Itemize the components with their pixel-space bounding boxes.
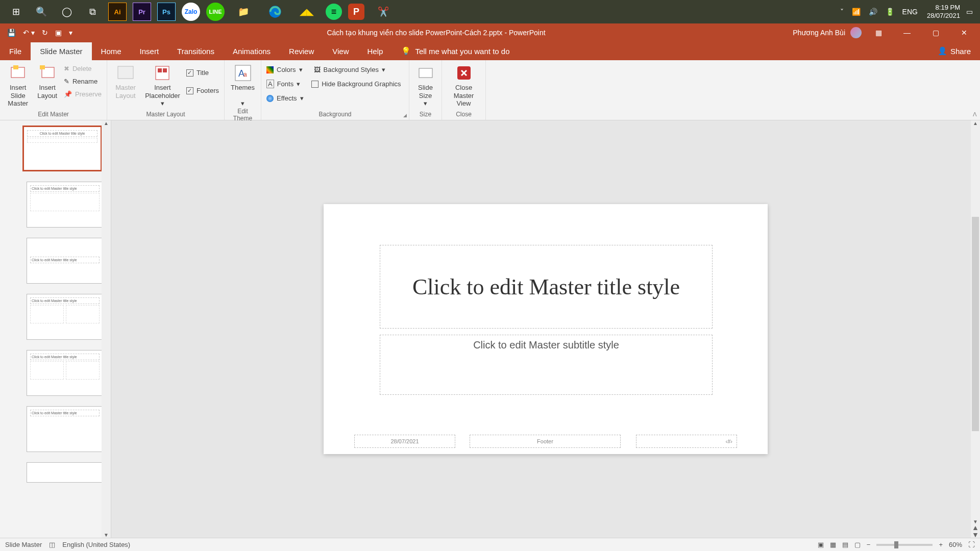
title-checkbox[interactable]: Title [185,67,220,78]
lang-indicator[interactable]: ENG [902,8,918,16]
tell-me[interactable]: 💡 Tell me what you want to do [392,42,519,60]
svg-rect-7 [158,68,162,72]
battery-icon[interactable]: 🔋 [886,8,894,16]
powerpoint-icon[interactable]: P [348,4,364,20]
edge-icon[interactable] [262,0,288,23]
line-icon[interactable]: LINE [206,3,225,21]
slide-master-canvas[interactable]: Click to edit Master title style Click t… [324,204,768,454]
ribbon-display-icon[interactable]: ▦ [867,29,890,37]
slide-canvas-area[interactable]: Click to edit Master title style Click t… [111,120,980,538]
effects-button[interactable]: Effects ▾ [265,93,305,104]
zoom-slider[interactable] [876,544,933,546]
slidenum-placeholder[interactable]: ‹#› [636,435,737,448]
search-icon[interactable]: 🔍 [29,0,54,23]
taskview-icon[interactable]: ⧉ [80,0,105,23]
lightbulb-icon: 💡 [401,46,411,56]
bg-styles-button[interactable]: 🖼Background Styles ▾ [313,64,386,75]
scroll-down-icon[interactable]: ▼ [973,519,978,524]
footer-placeholder[interactable]: Footer [470,435,621,448]
window-title: Cách tạo khung viền cho slide PowerPoint… [80,29,793,37]
reading-view-icon[interactable]: ▤ [842,541,848,548]
fit-window-icon[interactable]: ⛶ [968,541,975,548]
preserve-icon: 📌 [64,90,72,98]
normal-view-icon[interactable]: ▣ [818,541,824,548]
tab-home[interactable]: Home [92,42,131,60]
avatar[interactable] [850,27,862,38]
start-icon[interactable]: ⊞ [3,0,29,23]
zoom-in-icon[interactable]: + [939,541,943,548]
next-slide-icon[interactable]: ⯆ [973,532,978,538]
insert-slide-master-button[interactable]: Insert Slide Master [4,62,32,108]
accessibility-icon[interactable]: ◫ [49,541,55,548]
tab-help[interactable]: Help [358,42,393,60]
sorter-view-icon[interactable]: ▦ [830,541,836,548]
date-placeholder[interactable]: 28/07/2021 [354,435,455,448]
tab-insert[interactable]: Insert [131,42,168,60]
subtitle-placeholder[interactable]: Click to edit Master subtitle style [380,335,713,395]
zalo-icon[interactable]: Zalo [182,3,200,21]
hide-bg-checkbox[interactable]: Hide Background Graphics [310,78,402,90]
fonts-button[interactable]: AFonts ▾ [265,78,301,90]
insert-layout-button[interactable]: Insert Layout [36,62,59,99]
themes-button[interactable]: Aa Themes▾ [229,62,257,108]
volume-icon[interactable]: 🔊 [869,8,877,16]
snip-icon[interactable]: ✂️ [371,0,396,23]
notifications-icon[interactable]: ▭ [966,8,973,16]
slideshow-view-icon[interactable]: ▢ [854,541,861,548]
layout-thumbnail[interactable]: Click to edit Master title style [27,294,103,340]
zoom-out-icon[interactable]: − [867,541,871,548]
master-thumbnail[interactable]: Click to edit Master title style [22,126,102,171]
prev-slide-icon[interactable]: ⯅ [973,525,978,531]
ribbon-tabs: File Slide Master Home Insert Transition… [0,42,980,60]
tab-view[interactable]: View [323,42,358,60]
tab-review[interactable]: Review [280,42,323,60]
startfromfirst-icon[interactable]: ▣ [55,29,62,37]
layout-thumbnail[interactable]: Click to edit Master title style [27,350,103,396]
status-language[interactable]: English (United States) [62,541,130,548]
save-icon[interactable]: 💾 [7,29,16,37]
cortana-icon[interactable]: ◯ [54,0,80,23]
redo-icon[interactable]: ↻ [42,29,48,37]
layout-thumbnail[interactable]: Click to edit Master title style [27,406,103,452]
windows-taskbar: ⊞ 🔍 ◯ ⧉ Ai Pr Ps Zalo LINE 📁 ◢◣ ≡ P ✂️ ˅… [0,0,980,23]
tab-transitions[interactable]: Transitions [168,42,224,60]
photoshop-icon[interactable]: Ps [157,3,176,21]
spotify-icon[interactable]: ≡ [326,4,342,20]
collapse-ribbon-icon[interactable]: ᐱ [973,111,977,118]
tab-animations[interactable]: Animations [224,42,280,60]
colors-button[interactable]: Colors ▾ [265,64,304,75]
share-button[interactable]: 👤 Share [928,42,980,60]
scrollbar-thumb[interactable] [972,217,979,431]
app-icon[interactable]: ◢◣ [294,0,320,23]
minimize-icon[interactable]: — [895,29,919,37]
chevron-up-icon[interactable]: ˅ [840,8,844,16]
colors-icon [266,66,274,73]
maximize-icon[interactable]: ▢ [924,29,947,37]
rename-button[interactable]: ✎Rename [63,76,103,87]
insert-placeholder-button[interactable]: Insert Placeholder ▾ [144,62,181,108]
qat-more-icon[interactable]: ▾ [69,29,72,37]
wifi-icon[interactable]: 📶 [852,8,861,16]
tab-slide-master[interactable]: Slide Master [31,42,91,60]
clock[interactable]: 8:19 PM 28/07/2021 [927,4,960,19]
scroll-up-icon[interactable]: ▲ [104,120,109,126]
explorer-icon[interactable]: 📁 [231,0,256,23]
illustrator-icon[interactable]: Ai [108,3,127,21]
tab-file[interactable]: File [0,42,31,60]
slide-size-button[interactable]: Slide Size ▾ [413,62,437,108]
layout-thumbnail[interactable] [27,462,103,483]
zoom-level[interactable]: 60% [949,541,962,548]
footers-checkbox[interactable]: Footers [185,85,220,96]
undo-icon[interactable]: ↶ ▾ [23,29,35,37]
layout-thumbnail[interactable]: Click to edit Master title style [27,238,103,284]
scroll-down-icon[interactable]: ▼ [104,532,109,538]
scroll-up-icon[interactable]: ▲ [973,120,978,126]
close-master-button[interactable]: Close Master View [446,62,481,108]
layout-thumbnail[interactable]: Click to edit Master title style [27,182,103,228]
user-name[interactable]: Phương Anh Bùi [793,29,845,37]
premiere-icon[interactable]: Pr [133,3,151,21]
svg-rect-8 [163,68,167,72]
close-icon[interactable]: ✕ [952,29,976,37]
dialog-launcher-icon[interactable]: ◢ [403,113,407,118]
title-placeholder[interactable]: Click to edit Master title style [380,245,713,329]
